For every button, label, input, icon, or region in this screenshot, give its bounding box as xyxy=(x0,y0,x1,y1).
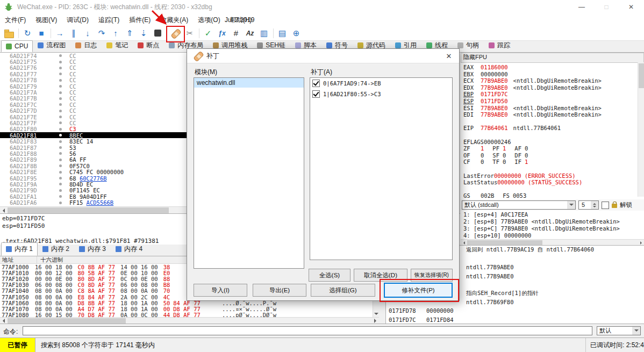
argument-row[interactable]: 4: [esp+10] 00000000 xyxy=(461,232,638,239)
hash-icon[interactable]: # xyxy=(229,27,243,40)
toolbar-separator[interactable] xyxy=(271,27,275,40)
stack-row[interactable]: 0171FD7C 0171FD84 xyxy=(386,315,644,324)
step-out-icon[interactable]: ↑ xyxy=(109,27,123,40)
register-row[interactable]: EDI77B9ABE0<ntdll.DbgUiRemoteBreakin> xyxy=(463,111,644,118)
run-to-return-icon[interactable]: ⇑ xyxy=(123,27,137,40)
register-row[interactable]: CF0TF0IF1 xyxy=(463,159,644,166)
step-over-icon[interactable]: ↷ xyxy=(95,27,109,40)
tab-cpu[interactable]: CPU xyxy=(1,40,33,52)
argument-row[interactable]: 3: [esp+C] 77B9ABE0 <ntdll.DbgUiRemoteBr… xyxy=(461,225,638,232)
register-row[interactable]: GS002BFS0053 xyxy=(463,192,644,199)
menu-debug[interactable]: 调试(D) xyxy=(62,15,94,26)
hide-fpu-button[interactable]: 隐藏FPU xyxy=(461,53,644,63)
patches-list[interactable]: 0|6A7F1AD9:74->EB 1|6AD21F80:55->C3 xyxy=(310,77,453,260)
menu-plugins[interactable]: 插件(E) xyxy=(124,15,155,26)
pick-groups-button[interactable]: 选择组(G) xyxy=(311,284,375,297)
tab-graph[interactable]: 流程图 xyxy=(33,39,70,52)
menu-trace[interactable]: 追踪(T) xyxy=(94,15,124,26)
az-icon[interactable]: Az xyxy=(243,27,257,40)
stepper-down-icon[interactable] xyxy=(591,205,598,209)
dump-tab-3[interactable]: 内存 3 xyxy=(74,242,111,256)
scroll-thumb[interactable] xyxy=(639,63,644,88)
terminal-icon[interactable] xyxy=(151,27,164,40)
scroll-thumb[interactable] xyxy=(8,318,126,324)
register-row[interactable]: EIP77B64061ntdll.77B64061 xyxy=(463,125,644,132)
tab-log[interactable]: 日志 xyxy=(70,39,102,52)
register-row[interactable]: EDX77B9ABE0<ntdll.DbgUiRemoteBreakin> xyxy=(463,84,644,91)
maximize-button[interactable]: □ xyxy=(594,0,619,14)
patch-item[interactable]: 1|6AD21F80:55->C3 xyxy=(310,89,452,99)
menu-favourites[interactable]: 收藏夹(A) xyxy=(155,15,193,26)
scroll-down-icon[interactable] xyxy=(373,311,380,317)
stack-row[interactable]: 0171FD78 00000000 xyxy=(386,306,644,315)
register-row[interactable]: ECX77B9ABE0<ntdll.DbgUiRemoteBreakin> xyxy=(463,77,644,84)
toolbar-separator[interactable] xyxy=(16,27,20,40)
argument-row[interactable]: 1: [esp+4] A0C17EEA xyxy=(461,211,638,218)
module-list-item[interactable]: wechatwin.dll xyxy=(194,78,304,88)
registers-vscrollbar[interactable] xyxy=(638,62,644,197)
globe-icon[interactable]: ⊕ xyxy=(289,27,303,40)
stop-icon[interactable]: ■ xyxy=(34,27,48,40)
pause-icon[interactable]: ∥ xyxy=(67,27,81,40)
unlock-checkbox[interactable] xyxy=(602,202,609,209)
export-button[interactable]: 导出(E) xyxy=(253,284,306,297)
register-row[interactable]: OF0SF0DF0 xyxy=(463,152,644,159)
patch-icon[interactable] xyxy=(169,27,183,40)
restart-icon[interactable]: ↻ xyxy=(20,27,34,40)
dump-row[interactable]: 77AF1070 08 00 0A 00 A4 D7 AF 77 18 00 1… xyxy=(0,306,379,312)
trace-icon[interactable]: ⇣ xyxy=(137,27,151,40)
memory-map-icon[interactable]: ▤ xyxy=(275,27,289,40)
command-profile-select[interactable]: 默认 xyxy=(597,326,641,335)
dump-row[interactable]: 77AF1080 16 00 15 00 70 D8 AF 77 0A 00 0… xyxy=(0,312,379,318)
chevron-down-icon[interactable] xyxy=(567,201,575,209)
register-row[interactable]: EBX00000000 xyxy=(463,71,644,78)
register-row[interactable]: EFLAGS00000246 xyxy=(463,139,644,146)
patch-item[interactable]: 0|6A7F1AD9:74->EB xyxy=(310,78,452,89)
fx-icon[interactable]: ƒx xyxy=(215,27,229,40)
register-row[interactable] xyxy=(463,166,644,173)
close-button[interactable]: ✕ xyxy=(619,0,643,14)
graph-icon[interactable]: ▥ xyxy=(257,27,271,40)
disasm-bytes-link[interactable]: 60C2776B xyxy=(80,175,107,182)
register-row[interactable] xyxy=(463,186,644,193)
run-icon[interactable]: → xyxy=(53,27,67,40)
chevron-down-icon[interactable] xyxy=(632,327,640,335)
tab-trace[interactable]: 跟踪 xyxy=(484,39,515,52)
dump-tab-4[interactable]: 内存 4 xyxy=(111,242,147,256)
check-icon[interactable]: ✓ xyxy=(201,27,215,40)
register-row[interactable]: LastError00000000 (ERROR_SUCCESS) xyxy=(463,173,644,179)
scroll-thumb[interactable] xyxy=(8,207,169,213)
scroll-thumb[interactable] xyxy=(467,240,542,245)
select-all-button[interactable]: 全选(S) xyxy=(309,269,350,282)
disasm-bytes-link[interactable]: ACD5566B xyxy=(87,199,114,206)
arguments-pane[interactable]: 1: [esp+4] A0C17EEA 2: [esp+8] 77B9ABE0 … xyxy=(461,211,638,239)
restore-selection-button[interactable]: 恢复选择项(R) xyxy=(411,269,453,282)
deselect-all-button[interactable]: 取消全选(D) xyxy=(354,269,407,282)
argument-row[interactable]: 2: [esp+8] 77B9ABE0 <ntdll.DbgUiRemoteBr… xyxy=(461,218,638,225)
register-row[interactable]: ZF1PF1AF0 xyxy=(463,145,644,152)
register-row[interactable]: ESP0171FD50 xyxy=(463,98,644,105)
patch-dialog-titlebar[interactable]: 补丁 ✕ xyxy=(187,49,459,63)
open-file-icon[interactable] xyxy=(2,27,16,40)
modules-list[interactable]: wechatwin.dll xyxy=(194,77,304,269)
menu-view[interactable]: 视图(V) xyxy=(31,15,62,26)
patch-checkbox[interactable] xyxy=(312,90,320,98)
toolbar-separator[interactable] xyxy=(48,27,53,40)
step-into-icon[interactable]: ↓ xyxy=(81,27,95,40)
dump-tab-1[interactable]: 内存 1 xyxy=(1,242,38,256)
menu-file[interactable]: 文件(F) xyxy=(0,15,31,26)
toolbar-separator[interactable] xyxy=(197,27,201,40)
tab-notes[interactable]: 笔记 xyxy=(102,39,133,52)
dump-tab-2[interactable]: 内存 2 xyxy=(38,242,74,256)
scissors-icon[interactable]: ✂ xyxy=(183,27,197,40)
toolbar-separator[interactable] xyxy=(164,27,169,40)
patch-file-button[interactable]: 修补文件(P) xyxy=(384,283,453,298)
register-row[interactable]: ESI77B9ABE0<ntdll.DbgUiRemoteBreakin> xyxy=(463,105,644,112)
register-row[interactable] xyxy=(463,118,644,125)
minimize-button[interactable]: — xyxy=(569,0,594,14)
calling-convention-select[interactable]: 默认 (stdcall) xyxy=(462,200,576,210)
import-button[interactable]: 导入(I) xyxy=(194,284,247,297)
register-row[interactable]: LastStatus00000000 (STATUS_SUCCESS) xyxy=(463,179,644,186)
register-row[interactable] xyxy=(463,132,644,139)
register-row[interactable]: EBP0171FD7C xyxy=(463,91,644,98)
